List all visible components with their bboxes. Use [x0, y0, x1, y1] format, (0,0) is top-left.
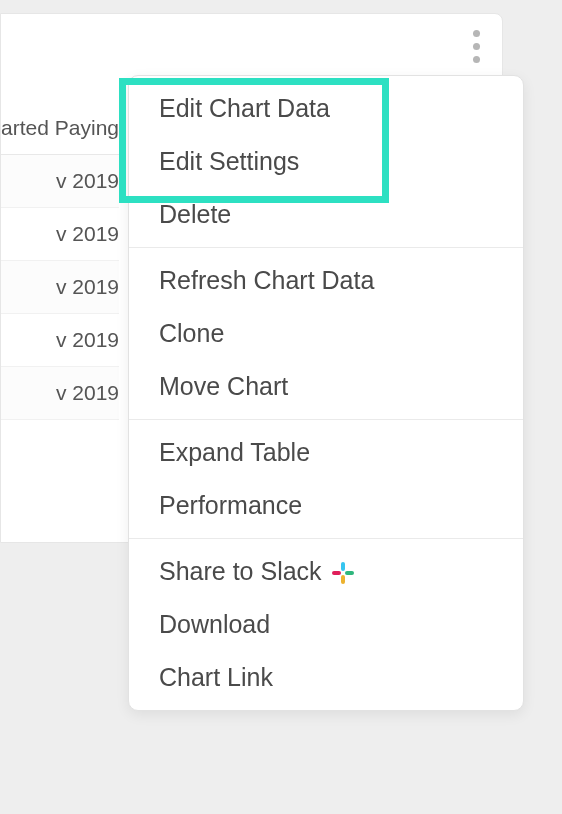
menu-divider [129, 419, 523, 420]
menu-divider [129, 247, 523, 248]
data-table: arted Paying v 2019v 2019v 2019v 2019v 2… [1, 106, 119, 420]
svg-rect-3 [332, 571, 341, 575]
menu-item-label: Share to Slack [159, 557, 322, 586]
menu-item-edit-chart-data[interactable]: Edit Chart Data [129, 82, 523, 135]
chart-context-menu: Edit Chart DataEdit SettingsDeleteRefres… [128, 75, 524, 711]
menu-item-label: Edit Chart Data [159, 94, 330, 123]
menu-item-label: Performance [159, 491, 302, 520]
menu-item-download[interactable]: Download [129, 598, 523, 651]
menu-item-chart-link[interactable]: Chart Link [129, 651, 523, 704]
menu-item-label: Chart Link [159, 663, 273, 692]
menu-item-label: Delete [159, 200, 231, 229]
svg-rect-2 [341, 575, 345, 584]
menu-item-expand-table[interactable]: Expand Table [129, 426, 523, 479]
menu-divider [129, 538, 523, 539]
menu-item-share-to-slack[interactable]: Share to Slack [129, 545, 523, 598]
menu-item-label: Edit Settings [159, 147, 299, 176]
menu-item-delete[interactable]: Delete [129, 188, 523, 241]
menu-item-label: Clone [159, 319, 224, 348]
table-row: v 2019 [1, 367, 119, 420]
slack-icon [332, 561, 354, 583]
menu-item-label: Refresh Chart Data [159, 266, 374, 295]
menu-item-label: Move Chart [159, 372, 288, 401]
menu-item-clone[interactable]: Clone [129, 307, 523, 360]
column-header-started-paying: arted Paying [1, 106, 119, 155]
table-row: v 2019 [1, 155, 119, 208]
table-row: v 2019 [1, 261, 119, 314]
more-options-button[interactable] [464, 28, 488, 64]
table-row: v 2019 [1, 208, 119, 261]
table-row: v 2019 [1, 314, 119, 367]
menu-item-performance[interactable]: Performance [129, 479, 523, 532]
menu-item-label: Download [159, 610, 270, 639]
menu-item-label: Expand Table [159, 438, 310, 467]
menu-item-move-chart[interactable]: Move Chart [129, 360, 523, 413]
svg-rect-1 [345, 571, 354, 575]
svg-rect-0 [341, 562, 345, 571]
menu-item-edit-settings[interactable]: Edit Settings [129, 135, 523, 188]
menu-item-refresh-chart-data[interactable]: Refresh Chart Data [129, 254, 523, 307]
